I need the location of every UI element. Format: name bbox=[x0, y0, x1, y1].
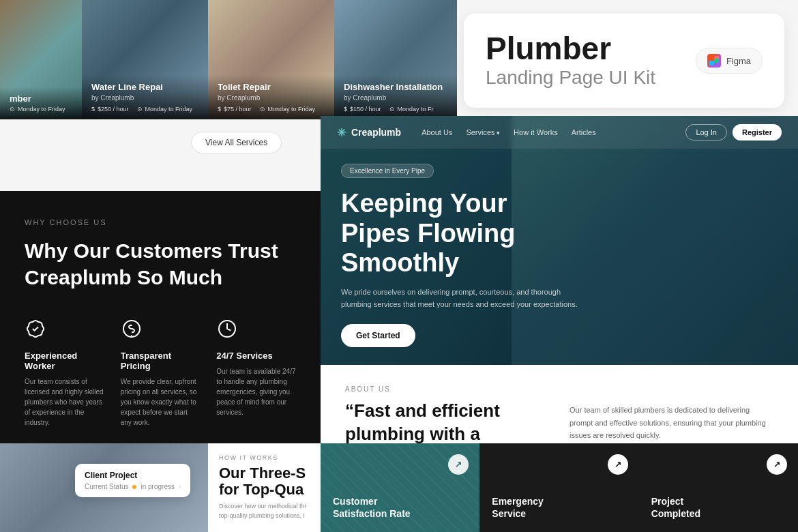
client-card-status: Current Status in progress › bbox=[85, 483, 181, 490]
service-card-3[interactable]: Toilet Repair by Creaplumb $ $75 / hour … bbox=[208, 0, 334, 119]
figma-icon bbox=[707, 54, 721, 68]
hero-title: Keeping Your Pipes Flowing Smoothly bbox=[341, 189, 580, 278]
card-3-schedule: ⊙ Monday to Friday bbox=[260, 106, 316, 113]
stat-3-arrow-icon: ↗ bbox=[767, 454, 787, 475]
service-card-2[interactable]: Water Line Repai by Creaplumb $ $250 / h… bbox=[82, 0, 208, 119]
stat-1-arrow-icon: ↗ bbox=[448, 454, 469, 475]
card-1-schedule: ⊙ Monday to Friday bbox=[10, 106, 65, 113]
bottom-section: Client Project Current Status in progres… bbox=[0, 443, 798, 532]
service-card-4[interactable]: Dishwasher Installation by Creaplumb $ $… bbox=[334, 0, 457, 119]
client-card-title: Client Project bbox=[85, 471, 181, 480]
card-3-by: by Creaplumb bbox=[218, 94, 325, 102]
stat-card-satisfaction[interactable]: CustomerSatisfaction Rate ↗ bbox=[321, 443, 479, 532]
title-text-group: Plumber Landing Page UI Kit bbox=[486, 33, 655, 89]
nav-articles[interactable]: Articles bbox=[572, 128, 596, 136]
figma-badge[interactable]: Figma bbox=[696, 48, 763, 74]
svg-point-3 bbox=[714, 59, 719, 63]
badge-check-icon bbox=[25, 318, 49, 342]
nav-about[interactable]: About Us bbox=[422, 128, 452, 136]
dollar-icon-3: $ bbox=[218, 106, 221, 113]
feature-1-desc: Our team consists of licensed and highly… bbox=[25, 376, 104, 428]
feature-2-desc: We provide clear, upfront pricing on all… bbox=[121, 376, 201, 428]
about-label: ABOUT US bbox=[345, 385, 773, 393]
hero-desc: We pride ourselves on delivering prompt,… bbox=[341, 286, 580, 310]
stat-2-title: EmergencyService bbox=[492, 495, 626, 520]
calendar-icon-3: ⊙ bbox=[260, 106, 265, 113]
why-choose-label: WHY CHOOSE US bbox=[25, 218, 296, 226]
status-label: Current Status bbox=[85, 483, 128, 490]
how-it-works-text: HOW IT WORKS Our Three-S for Top-Qua Dis… bbox=[208, 443, 321, 532]
card-arrow-icon: › bbox=[179, 483, 181, 490]
status-dot bbox=[132, 485, 136, 489]
card-2-title: Water Line Repai bbox=[91, 82, 198, 93]
feature-3-desc: Our team is available 24/7 to handle any… bbox=[216, 366, 296, 417]
card-4-by: by Creaplumb bbox=[344, 94, 447, 102]
feature-2-title: Transparent Pricing bbox=[121, 351, 201, 371]
hero-nav-links: About Us Services How it Works Articles bbox=[422, 128, 596, 136]
feature-3-title: 24/7 Services bbox=[216, 351, 296, 361]
feature-1-title: Experienced Worker bbox=[25, 351, 104, 371]
calendar-icon: ⊙ bbox=[10, 106, 15, 113]
why-choose-title: Why Our Customers Trust Creaplumb So Muc… bbox=[25, 237, 296, 291]
feature-24-7: 24/7 Services Our team is available 24/7… bbox=[216, 318, 296, 428]
stat-cards: CustomerSatisfaction Rate ↗ EmergencySer… bbox=[321, 443, 798, 532]
bottom-left: Client Project Current Status in progres… bbox=[0, 443, 321, 532]
hero-badge: Excellence in Every Pipe bbox=[341, 164, 434, 178]
stat-3-title: ProjectCompleted bbox=[651, 495, 786, 520]
how-it-works-title: Our Three-S for Top-Qua bbox=[219, 465, 310, 498]
nav-services[interactable]: Services bbox=[466, 128, 500, 136]
calendar-icon-4: ⊙ bbox=[389, 106, 395, 113]
hero-cta-button[interactable]: Get Started bbox=[341, 324, 415, 347]
hero-content: Excellence in Every Pipe Keeping Your Pi… bbox=[341, 164, 580, 351]
dollar-icon: $ bbox=[91, 106, 95, 113]
login-button[interactable]: Log In bbox=[685, 124, 727, 141]
status-value: in progress bbox=[141, 483, 174, 490]
hero-nav-right: Log In Register bbox=[685, 124, 782, 141]
features-grid: Experienced Worker Our team consists of … bbox=[25, 318, 296, 428]
logo-text: Creaplumb bbox=[351, 127, 401, 138]
card-4-title: Dishwasher Installation bbox=[344, 82, 447, 93]
svg-rect-2 bbox=[709, 61, 714, 65]
hero-logo: ✳ Creaplumb bbox=[337, 126, 401, 139]
nav-how-it-works[interactable]: How it Works bbox=[514, 128, 558, 136]
money-icon bbox=[121, 318, 145, 342]
stat-card-project[interactable]: ProjectCompleted ↗ bbox=[639, 443, 798, 532]
dollar-icon-4: $ bbox=[344, 106, 347, 113]
view-all-button[interactable]: View All Services bbox=[191, 132, 282, 153]
card-1-title: mber bbox=[10, 93, 72, 104]
card-2-by: by Creaplumb bbox=[91, 94, 198, 102]
how-it-works-desc: Discover how our methodical thr top-qual… bbox=[219, 502, 310, 520]
feature-experienced: Experienced Worker Our team consists of … bbox=[25, 318, 104, 428]
card-2-schedule: ⊙ Monday to Friday bbox=[137, 106, 193, 113]
subtitle: Landing Page UI Kit bbox=[486, 67, 655, 89]
service-card-1[interactable]: mber ⊙ Monday to Friday bbox=[0, 0, 82, 119]
figma-label: Figma bbox=[726, 56, 751, 66]
card-4-schedule: ⊙ Monday to Fr bbox=[389, 106, 434, 113]
hero-section: ✳ Creaplumb About Us Services How it Wor… bbox=[321, 116, 798, 365]
card-4-price: $ $150 / hour bbox=[344, 106, 381, 113]
client-project-card[interactable]: Client Project Current Status in progres… bbox=[75, 464, 190, 497]
card-3-price: $ $75 / hour bbox=[218, 106, 252, 113]
title-card: Plumber Landing Page UI Kit Figma bbox=[464, 14, 784, 108]
main-title: Plumber bbox=[486, 33, 655, 64]
service-cards-row: mber ⊙ Monday to Friday Water Line Repai… bbox=[0, 0, 457, 119]
svg-rect-0 bbox=[709, 56, 714, 61]
stat-1-title: CustomerSatisfaction Rate bbox=[333, 495, 467, 520]
feature-pricing: Transparent Pricing We provide clear, up… bbox=[121, 318, 201, 428]
logo-icon: ✳ bbox=[337, 126, 346, 139]
hero-navbar: ✳ Creaplumb About Us Services How it Wor… bbox=[321, 116, 798, 149]
card-2-price: $ $250 / hour bbox=[91, 106, 129, 113]
calendar-icon-2: ⊙ bbox=[137, 106, 143, 113]
stat-card-emergency[interactable]: EmergencyService ↗ bbox=[479, 443, 638, 532]
clock-icon bbox=[216, 318, 241, 342]
how-it-works-label: HOW IT WORKS bbox=[219, 454, 310, 461]
stat-2-arrow-icon: ↗ bbox=[608, 454, 628, 475]
card-3-title: Toilet Repair bbox=[218, 82, 325, 93]
register-button[interactable]: Register bbox=[733, 124, 782, 141]
